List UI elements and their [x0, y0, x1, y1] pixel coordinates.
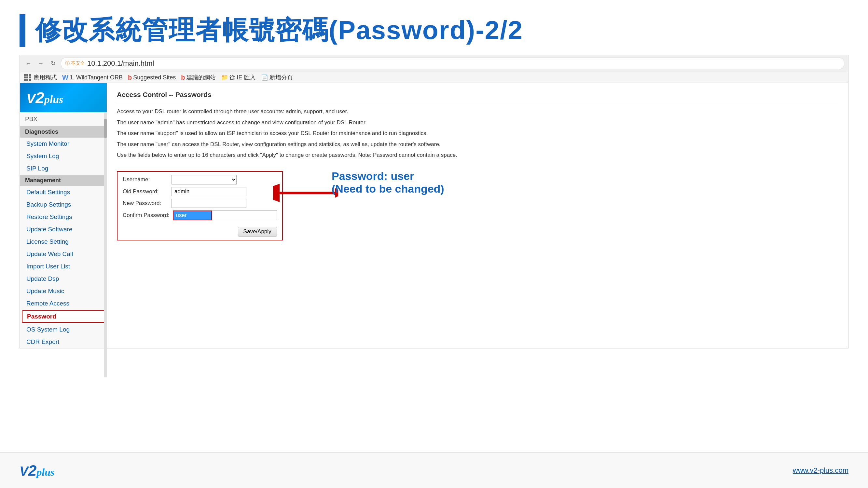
content-desc-3: The user name "support" is used to allow… [117, 129, 838, 138]
username-row: Username: [123, 175, 277, 185]
sidebar-item-sip-log[interactable]: SIP Log [20, 162, 107, 175]
bookmark-suggested[interactable]: b Suggested Sites [128, 74, 176, 82]
content-desc-2: The user name "admin" has unrestricted a… [117, 119, 838, 127]
b-icon-2: b [181, 74, 185, 82]
content-desc-1: Access to your DSL router is controlled … [117, 107, 838, 116]
new-password-input[interactable] [172, 199, 246, 208]
sidebar-item-password[interactable]: Password [22, 311, 105, 323]
bookmarks-bar: 應用程式 W 1. WildTangent ORB b Suggested Si… [20, 72, 848, 83]
sidebar-header: V2plus [20, 83, 107, 112]
username-label: Username: [123, 176, 168, 183]
logo-plus: plus [44, 93, 63, 105]
browser-nav-bar: ← → ↻ ⓘ 不安全 10.1.200.1/main.html [20, 55, 848, 72]
sidebar-item-license-setting[interactable]: License Setting [20, 235, 107, 248]
sidebar-scrollbar[interactable] [104, 112, 107, 378]
title-accent [20, 14, 25, 47]
old-password-label: Old Password: [123, 188, 168, 195]
address-url: 10.1.200.1/main.html [87, 59, 154, 68]
red-arrow-annotation [273, 182, 338, 206]
new-password-label: New Password: [123, 200, 168, 206]
annotation-line1: Password: user [332, 170, 444, 183]
sidebar-item-import-user-list[interactable]: Import User List [20, 260, 107, 273]
content-desc-5: Use the fields below to enter up to 16 c… [117, 151, 838, 159]
bookmark-new-tab[interactable]: 📄 新增分頁 [261, 73, 293, 82]
w-icon: W [62, 74, 68, 82]
old-password-input[interactable] [172, 187, 246, 196]
confirm-password-input[interactable] [173, 210, 212, 220]
old-password-row: Old Password: [123, 187, 277, 196]
bookmark-newtab-label: 新增分頁 [270, 73, 293, 82]
back-button[interactable]: ← [24, 59, 33, 68]
sidebar-category-diagnostics: Diagnostics [20, 126, 107, 138]
footer: V2plus www.v2-plus.com [0, 452, 868, 488]
sidebar-item-remote-access[interactable]: Remote Access [20, 297, 107, 310]
sidebar-item-update-dsp[interactable]: Update Dsp [20, 273, 107, 285]
confirm-password-label: Confirm Password: [123, 212, 169, 219]
sidebar-item-os-system-log[interactable]: OS System Log [20, 323, 107, 336]
annotation-line2: (Need to be changed) [332, 183, 444, 195]
bookmark-apps-label: 應用程式 [33, 73, 57, 82]
sidebar-item-cdr-export[interactable]: CDR Export [20, 336, 107, 348]
content-section-title: Access Control -- Passwords [117, 91, 838, 102]
annotation-text-area: Password: user (Need to be changed) [332, 170, 444, 195]
sidebar-item-system-log[interactable]: System Log [20, 150, 107, 162]
sidebar-item-default-settings[interactable]: Default Settings [20, 186, 107, 198]
footer-logo: V2plus [20, 462, 54, 479]
bookmark-jianyi[interactable]: b 建議的網站 [181, 73, 215, 82]
bookmark-wildtangent-label: 1. WildTangent ORB [70, 74, 123, 81]
main-content: Access Control -- Passwords Access to yo… [107, 83, 848, 348]
footer-url[interactable]: www.v2-plus.com [793, 466, 848, 475]
bookmark-ie-label: 從 IE 匯入 [229, 73, 256, 82]
content-desc-4: The user name "user" can access the DSL … [117, 140, 838, 149]
sidebar-pbx: PBX [20, 112, 107, 126]
sidebar-item-system-monitor[interactable]: System Monitor [20, 138, 107, 150]
browser-content: V2plus PBX Diagnostics System Monitor Sy… [20, 83, 848, 348]
sidebar-item-update-software[interactable]: Update Software [20, 223, 107, 235]
bookmark-apps[interactable]: 應用程式 [24, 73, 57, 82]
bookmark-ie-import[interactable]: 📁 從 IE 匯入 [221, 73, 256, 82]
file-icon: 📄 [261, 74, 268, 81]
forward-button[interactable]: → [36, 59, 45, 68]
footer-plus: plus [36, 466, 54, 478]
sidebar-item-restore-settings[interactable]: Restore Settings [20, 211, 107, 223]
b-icon-1: b [128, 74, 132, 82]
username-select[interactable] [172, 175, 237, 185]
sidebar-item-update-music[interactable]: Update Music [20, 285, 107, 297]
logo-v2: V2 [26, 91, 44, 106]
page-title-area: 修改系統管理者帳號密碼(Password)-2/2 [0, 0, 868, 55]
folder-icon: 📁 [221, 74, 228, 81]
password-form: Username: Old Password: New Password: [117, 171, 283, 240]
arrow-svg [273, 182, 338, 204]
sidebar: V2plus PBX Diagnostics System Monitor Sy… [20, 83, 107, 348]
new-password-row: New Password: [123, 199, 277, 208]
browser-chrome: ← → ↻ ⓘ 不安全 10.1.200.1/main.html 應用程式 W … [20, 55, 848, 83]
apps-icon [24, 74, 31, 81]
confirm-password-input-2[interactable] [212, 210, 277, 220]
sidebar-category-management: Management [20, 175, 107, 186]
refresh-button[interactable]: ↻ [49, 59, 58, 68]
footer-v2: V2 [20, 464, 36, 478]
address-bar[interactable]: ⓘ 不安全 10.1.200.1/main.html [61, 58, 844, 69]
sidebar-scrollbar-thumb [104, 119, 107, 138]
v2plus-logo: V2plus [26, 89, 63, 107]
browser-wrapper: ← → ↻ ⓘ 不安全 10.1.200.1/main.html 應用程式 W … [20, 55, 848, 349]
save-apply-button[interactable]: Save/Apply [238, 227, 277, 236]
bookmark-jianyi-label: 建議的網站 [186, 73, 216, 82]
sidebar-item-backup-settings[interactable]: Backup Settings [20, 198, 107, 211]
bookmark-suggested-label: Suggested Sites [133, 74, 176, 81]
address-lock-icon: ⓘ 不安全 [65, 61, 85, 66]
sidebar-item-update-web-call[interactable]: Update Web Call [20, 248, 107, 260]
page-title: 修改系統管理者帳號密碼(Password)-2/2 [35, 13, 523, 48]
bookmark-wildtangent[interactable]: W 1. WildTangent ORB [62, 74, 123, 82]
confirm-password-row: Confirm Password: [123, 210, 277, 220]
